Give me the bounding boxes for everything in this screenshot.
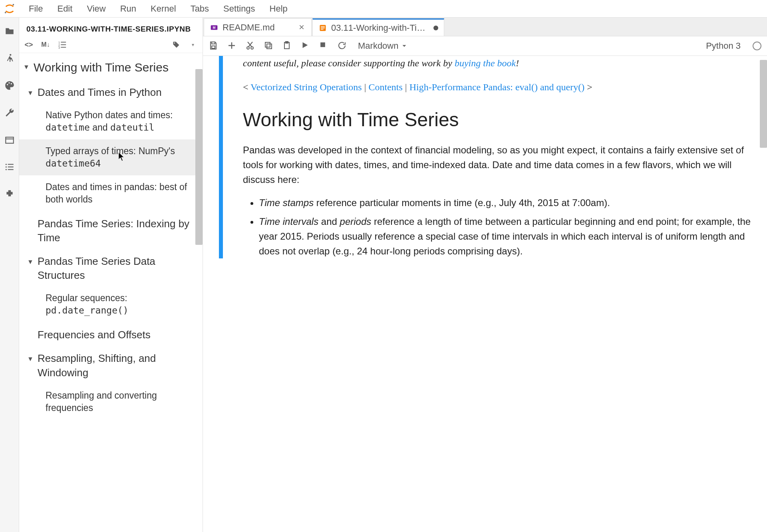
menu-edit[interactable]: Edit [50, 1, 79, 16]
markdown-cell[interactable]: content useful, please consider supporti… [219, 56, 751, 258]
kernel-indicator[interactable] [753, 42, 761, 50]
restart-icon[interactable] [337, 41, 348, 51]
svg-rect-28 [321, 29, 324, 30]
save-icon[interactable] [209, 41, 219, 51]
toc-item[interactable]: Resampling and converting frequencies [19, 384, 203, 420]
intro-paragraph: Pandas was developed in the context of f… [243, 143, 751, 187]
run-icon[interactable] [300, 41, 311, 51]
tag-icon[interactable] [171, 40, 181, 50]
toc-panel: 03.11-WORKING-WITH-TIME-SERIES.IPYNB <> … [19, 18, 203, 532]
svg-point-10 [5, 166, 6, 167]
svg-point-33 [247, 47, 249, 49]
svg-rect-30 [212, 46, 215, 48]
numbering-icon[interactable]: 123 [58, 40, 67, 50]
nav-links: < Vectorized String Operations | Content… [243, 80, 751, 94]
tab-bar: MREADME.md03.11-Working-with-Time-Se [203, 18, 767, 36]
menu-file[interactable]: File [22, 1, 50, 16]
running-icon[interactable] [4, 53, 15, 64]
notebook-h1: Working with Time Series [243, 109, 751, 131]
scrollbar-thumb[interactable] [760, 60, 767, 148]
notebook-icon [318, 24, 327, 32]
toc-body[interactable]: ▼Working with Time Series▼Dates and Time… [19, 53, 203, 532]
stop-icon[interactable] [319, 41, 329, 51]
tab-label: 03.11-Working-with-Time-Se [331, 23, 429, 33]
kernel-name[interactable]: Python 3 [706, 41, 741, 51]
toc-item[interactable]: Pandas Time Series: Indexing by Time [19, 211, 203, 249]
caret-down-icon[interactable]: ▼ [23, 63, 34, 71]
document-tab[interactable]: MREADME.md [204, 18, 312, 36]
toc-item-label: Frequencies and Offsets [38, 328, 151, 342]
toc-item[interactable]: Regular sequences: pd.date_range() [19, 286, 203, 322]
menu-tabs[interactable]: Tabs [183, 1, 216, 16]
notebook-toolbar: Markdown Python 3 [203, 36, 767, 56]
buy-book-link[interactable]: buying the book [455, 58, 516, 68]
toc-item[interactable]: Frequencies and Offsets [19, 322, 203, 346]
toc-item[interactable]: ▼Dates and Times in Python [19, 80, 203, 103]
toc-item[interactable]: ▼Pandas Time Series Data Structures [19, 249, 203, 286]
svg-rect-37 [267, 44, 272, 49]
editor-area: MREADME.md03.11-Working-with-Time-Se Mar… [203, 18, 767, 532]
svg-point-5 [10, 83, 12, 84]
scrollbar-thumb[interactable] [195, 69, 203, 245]
toc-item-label: Resampling, Shifting, and Windowing [38, 351, 199, 379]
menu-run[interactable]: Run [113, 1, 143, 16]
svg-rect-15 [61, 42, 66, 43]
close-icon[interactable] [298, 24, 306, 31]
menu-view[interactable]: View [79, 1, 113, 16]
svg-point-12 [5, 169, 6, 170]
svg-rect-17 [61, 44, 66, 45]
svg-line-36 [248, 42, 252, 47]
notebook-content[interactable]: content useful, please consider supporti… [203, 56, 767, 532]
toc-item[interactable]: Dates and times in pandas: best of both … [19, 175, 203, 211]
svg-point-2 [10, 54, 11, 56]
caret-down-icon[interactable]: ▼ [27, 258, 38, 266]
chevron-left-icon: < [243, 82, 250, 92]
toc-item-label: Native Python dates and times: datetime … [46, 109, 199, 134]
unsaved-dot-icon [433, 26, 438, 30]
svg-point-8 [5, 164, 6, 165]
extensions-icon[interactable] [4, 189, 15, 200]
toc-icon[interactable] [4, 161, 15, 173]
svg-text:3: 3 [58, 46, 60, 49]
prev-link[interactable]: Vectorized String Operations [250, 82, 362, 92]
chevron-down-icon [401, 42, 408, 50]
folder-icon[interactable] [4, 26, 15, 37]
svg-point-3 [6, 84, 8, 85]
cell-type-select[interactable]: Markdown [356, 40, 410, 52]
toc-item[interactable]: ▼Resampling, Shifting, and Windowing [19, 346, 203, 383]
svg-rect-13 [8, 169, 13, 170]
svg-point-4 [8, 82, 10, 83]
cut-icon[interactable] [245, 41, 256, 51]
palette-icon[interactable] [4, 80, 15, 91]
intro-text: content useful, please consider supporti… [243, 56, 751, 70]
collapse-code-icon[interactable]: <> [24, 40, 34, 50]
tag-caret-icon[interactable]: ▾ [188, 40, 198, 50]
svg-point-0 [13, 4, 14, 5]
next-link[interactable]: High-Performance Pandas: eval() and quer… [409, 82, 585, 92]
menu-settings[interactable]: Settings [216, 1, 262, 16]
wrench-icon[interactable] [4, 107, 15, 118]
caret-down-icon[interactable]: ▼ [27, 355, 38, 363]
paste-icon[interactable] [282, 41, 292, 51]
add-cell-icon[interactable] [227, 41, 237, 51]
toc-item-label: Dates and times in pandas: best of both … [46, 181, 199, 206]
svg-point-1 [5, 12, 6, 13]
toc-item[interactable]: Native Python dates and times: datetime … [19, 103, 203, 139]
svg-rect-19 [61, 47, 66, 48]
cell-type-label: Markdown [358, 41, 398, 51]
toc-item[interactable]: ▼Working with Time Series [19, 53, 203, 80]
caret-down-icon[interactable]: ▼ [27, 89, 38, 97]
activity-bar [0, 18, 19, 532]
menu-help[interactable]: Help [262, 1, 295, 16]
list-item: Time intervals and periods reference a l… [259, 214, 751, 259]
open-tabs-icon[interactable] [4, 134, 15, 145]
svg-line-35 [248, 42, 252, 47]
contents-link[interactable]: Contents [369, 82, 403, 92]
document-tab[interactable]: 03.11-Working-with-Time-Se [312, 18, 444, 36]
copy-icon[interactable] [264, 41, 274, 51]
toc-item[interactable]: Typed arrays of times: NumPy's datetime6… [19, 139, 203, 175]
tab-label: README.md [223, 22, 294, 33]
list-item: Time stamps reference particular moments… [259, 195, 751, 210]
collapse-md-icon[interactable]: M↓ [41, 40, 50, 50]
menu-kernel[interactable]: Kernel [143, 1, 183, 16]
